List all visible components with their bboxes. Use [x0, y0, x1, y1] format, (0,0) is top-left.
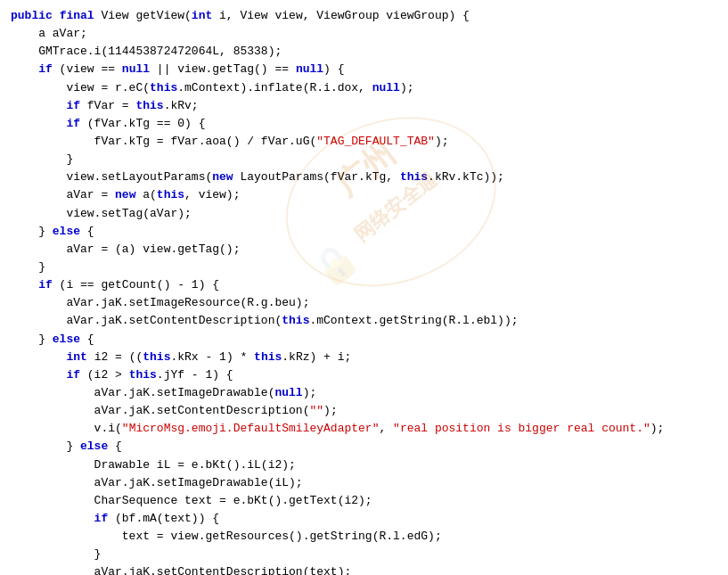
code-token-string: "TAG_DEFAULT_TAB" [316, 135, 435, 148]
code-container: public final View getView(int i, View vi… [0, 0, 728, 575]
code-line: view.setTag(aVar); [11, 205, 717, 223]
code-token-plain: aVar = (a) view.getTag(); [11, 242, 240, 256]
code-token-kw: this [135, 99, 163, 112]
code-token-plain: } [11, 152, 73, 166]
code-line: aVar = (a) view.getTag(); [11, 241, 717, 259]
code-token-plain: , view); [184, 188, 240, 201]
code-token-plain: fVar = [80, 99, 135, 112]
code-token-plain: i, View view, ViewGroup viewGroup) { [212, 9, 470, 22]
code-line: if (i2 > this.jYf - 1) { [11, 366, 717, 384]
code-token-plain: LayoutParams(fVar.kTg, [233, 170, 400, 184]
code-line: if (view == null || view.getTag() == nul… [11, 61, 717, 78]
code-line: int i2 = ((this.kRx - 1) * this.kRz) + i… [11, 349, 717, 366]
code-line: if (fVar.kTg == 0) { [11, 115, 717, 133]
code-line: aVar.jaK.setContentDescription(""); [11, 402, 717, 420]
code-token-kw: int [192, 9, 212, 22]
code-line: } [11, 259, 717, 276]
code-token-plain: } [11, 333, 53, 346]
code-token-kw: if [11, 117, 80, 130]
code-token-kw: else [53, 225, 80, 238]
code-token-plain: .kRv.kTc)); [428, 170, 504, 184]
code-token-kw: this [254, 350, 282, 364]
code-token-plain: , [379, 422, 393, 435]
code-token-kw: this [157, 188, 184, 201]
code-line: GMTrace.i(114453872472064L, 85338); [11, 43, 717, 61]
code-token-plain: ); [400, 81, 414, 94]
code-token-plain: ); [303, 386, 317, 399]
code-token-plain: aVar.jaK.setContentDescription(text); [11, 565, 351, 575]
code-line: aVar.jaK.setImageDrawable(iL); [11, 474, 717, 492]
code-token-plain: .kRz) + i; [282, 350, 351, 364]
code-token-plain: ) { [323, 62, 344, 76]
code-token-plain: GMTrace.i(114453872472064L, 85338); [11, 45, 282, 58]
code-line: v.i("MicroMsg.emoji.DefaultSmileyAdapter… [11, 420, 717, 438]
code-line: aVar.jaK.setContentDescription(text); [11, 563, 717, 575]
code-token-plain: || view.getTag() == [150, 62, 296, 76]
code-token-kw: this [150, 81, 177, 94]
code-token-plain: Drawable iL = e.bKt().iL(i2); [11, 458, 296, 472]
code-line: aVar.jaK.setImageDrawable(null); [11, 384, 717, 402]
code-token-plain: (bf.mA(text)) { [108, 512, 219, 525]
code-token-kw: null [274, 386, 302, 399]
code-token-plain: text = view.getResources().getString(R.l… [11, 530, 442, 543]
code-token-plain: view.setLayoutParams( [11, 170, 212, 184]
code-line: CharSequence text = e.bKt().getText(i2); [11, 492, 717, 510]
code-token-plain: i2 = (( [87, 350, 143, 364]
code-token-kw: this [282, 314, 309, 327]
code-token-plain: (fVar.kTg == 0) { [80, 117, 205, 130]
code-line: if fVar = this.kRv; [11, 97, 717, 115]
code-line: aVar = new a(this, view); [11, 186, 717, 204]
code-line: view.setLayoutParams(new LayoutParams(fV… [11, 168, 717, 186]
code-token-plain: fVar.kTg = fVar.aoa() / fVar.uG( [11, 135, 316, 148]
code-token-kw: if [11, 512, 108, 525]
code-line: public final View getView(int i, View vi… [11, 7, 717, 25]
code-line: } else { [11, 438, 717, 456]
code-token-kw: else [80, 439, 108, 453]
code-token-kw: null [296, 62, 323, 76]
code-line: view = r.eC(this.mContext).inflate(R.i.d… [11, 79, 717, 97]
code-line: aVar.jaK.setImageResource(R.g.beu); [11, 294, 717, 312]
code-token-plain: view = r.eC( [11, 81, 150, 94]
code-token-string: "real position is bigger real count." [393, 422, 650, 435]
code-token-plain: (i == getCount() - 1) { [53, 278, 219, 292]
code-line: } [11, 546, 717, 563]
code-token-kw: this [143, 350, 170, 364]
code-line: if (bf.mA(text)) { [11, 510, 717, 528]
code-line: text = view.getResources().getString(R.l… [11, 528, 717, 546]
code-line: fVar.kTg = fVar.aoa() / fVar.uG("TAG_DEF… [11, 133, 717, 151]
code-line: } [11, 151, 717, 168]
code-token-plain: view.setTag(aVar); [11, 207, 192, 220]
code-token-plain: } [11, 547, 101, 561]
code-token-kw: final [60, 9, 94, 22]
code-line: a aVar; [11, 25, 717, 43]
code-token-plain: .mContext.getString(R.l.ebl)); [309, 314, 518, 327]
code-token-plain: a aVar; [11, 27, 87, 40]
code-line: aVar.jaK.setContentDescription(this.mCon… [11, 312, 717, 330]
code-token-plain: .jYf - 1) { [157, 368, 233, 382]
code-token-plain [53, 9, 60, 22]
code-token-plain: } [11, 225, 53, 238]
code-token-kw: if [11, 278, 53, 292]
code-token-plain: { [80, 333, 94, 346]
code-line: if (i == getCount() - 1) { [11, 276, 717, 294]
code-token-plain: aVar = [11, 188, 115, 201]
code-line: Drawable iL = e.bKt().iL(i2); [11, 456, 717, 474]
code-token-plain: ); [435, 135, 449, 148]
code-token-plain: ); [650, 422, 665, 435]
code-token-string: "" [309, 404, 323, 417]
code-token-plain: .kRx - 1) * [170, 350, 254, 364]
code-token-plain: v.i( [11, 422, 122, 435]
code-token-kw: this [129, 368, 157, 382]
code-token-kw: null [122, 62, 150, 76]
code-token-plain: { [108, 439, 122, 453]
code-token-plain: a( [135, 188, 156, 201]
code-token-plain: { [80, 225, 94, 238]
code-token-plain: (view == [53, 62, 122, 76]
code-token-plain: .mContext).inflate(R.i.dox, [177, 81, 372, 94]
code-token-plain: View getView( [94, 9, 192, 22]
code-block: public final View getView(int i, View vi… [11, 7, 717, 575]
code-token-plain: .kRv; [164, 99, 199, 112]
code-token-kw: this [400, 170, 428, 184]
code-token-plain: aVar.jaK.setContentDescription( [11, 314, 282, 327]
code-token-string: "MicroMsg.emoji.DefaultSmileyAdapter" [122, 422, 380, 435]
